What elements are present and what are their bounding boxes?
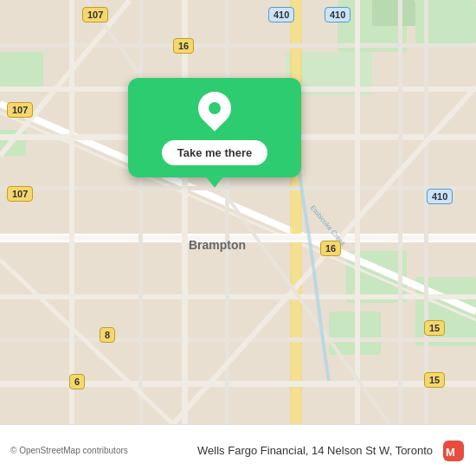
- pin-wrapper: [198, 92, 231, 133]
- location-pin-icon: [191, 85, 238, 132]
- map-svg: Etobicoke Creek Brampton: [0, 0, 476, 424]
- bottom-bar: © OpenStreetMap contributors Wells Fargo…: [0, 424, 476, 476]
- svg-text:Brampton: Brampton: [189, 238, 246, 252]
- route-badge-6: 6: [69, 374, 85, 389]
- route-badge-107-left: 107: [7, 186, 33, 202]
- route-badge-107-top: 107: [82, 7, 108, 23]
- route-badge-16: 16: [173, 38, 194, 54]
- svg-rect-3: [372, 0, 415, 26]
- location-text: Wells Fargo Financial, 14 Nelson St W, T…: [197, 444, 433, 457]
- take-me-there-button[interactable]: Take me there: [162, 140, 267, 165]
- route-badge-15-bot: 15: [424, 372, 445, 388]
- route-badge-15-top: 15: [424, 320, 445, 336]
- route-badge-410-top2: 410: [325, 7, 351, 23]
- route-badge-16-right: 16: [320, 241, 341, 256]
- svg-rect-27: [355, 0, 360, 424]
- svg-rect-13: [292, 0, 300, 424]
- svg-text:M: M: [446, 446, 455, 459]
- svg-rect-25: [182, 0, 188, 424]
- svg-rect-4: [0, 52, 43, 87]
- svg-rect-24: [138, 0, 143, 424]
- route-badge-8: 8: [100, 327, 115, 343]
- svg-rect-29: [424, 0, 428, 424]
- route-badge-410-right: 410: [427, 189, 453, 204]
- moovit-logo-icon: M: [441, 439, 466, 463]
- moovit-logo: M: [441, 439, 466, 463]
- svg-rect-28: [398, 0, 402, 424]
- map-container: Etobicoke Creek Brampton 107 410 410 16 …: [0, 0, 476, 424]
- location-popup: Take me there: [128, 78, 301, 177]
- route-badge-107-mid: 107: [7, 102, 33, 118]
- route-badge-410-top: 410: [268, 7, 294, 23]
- copyright-text: © OpenStreetMap contributors: [10, 446, 189, 455]
